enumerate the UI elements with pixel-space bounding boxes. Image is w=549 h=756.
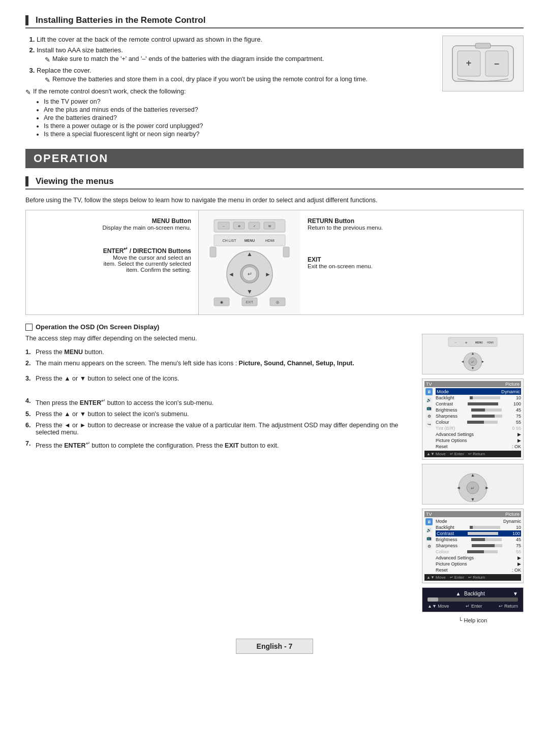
svg-rect-1 [475,43,491,48]
svg-text:MENU: MENU [475,341,483,344]
svg-text:▲: ▲ [471,472,475,478]
sound-icon-2: 🔊 [425,526,433,533]
svg-text:◉: ◉ [220,300,223,304]
menu-row-advanced-2: Advanced Settings▶ [436,555,521,561]
menu-row-reset: Reset: OK [436,444,521,450]
note-icon-1: ✎ [45,56,50,64]
menu-row-mode-2: ModeDynamic [436,518,521,524]
backlight-fill-1 [470,396,473,399]
list-item: Are the plus and minus ends of the batte… [44,106,432,113]
brightness-bar-2 [471,538,502,541]
backlight-bar-2 [470,526,500,529]
batteries-title: Installing Batteries in the Remote Contr… [25,15,524,28]
colour-bar-2 [467,550,498,553]
menu-items-col-2: ModeDynamic Backlight 10 Contrast 100 [436,518,521,573]
svg-text:↵: ↵ [471,360,474,364]
contrast-bar [468,402,498,405]
menu-tv-header-2: TV Picture [424,511,521,517]
svg-text:◄: ◄ [461,360,465,363]
batteries-section: Installing Batteries in the Remote Contr… [25,15,524,139]
backlight-fill [428,597,438,602]
input-icon: ↪ [425,421,433,428]
svg-text:►: ► [485,485,490,490]
viewing-intro: Before using the TV, follow the steps be… [25,197,524,204]
brightness-bar [471,408,502,412]
osd-step-1: 1. Press the MENU button. [25,349,412,356]
setup-icon-2: ⚙ [425,543,433,550]
menu-items-col: ModeDynamic Backlight 10 Contrast 100 [436,388,521,450]
sound-icon: 🔊 [425,396,433,403]
mini-remote-svg-2: ↵ ▲ ▼ ◄ ► [447,466,498,502]
menu-icons-col-2: 🖥 🔊 📺 ⚙ [424,518,434,573]
svg-text:⊕: ⊕ [238,225,240,228]
menu-layout-2: 🖥 🔊 📺 ⚙ ModeDynamic Backlight [424,518,521,573]
checklist-header: ✎ If the remote control doesn't work, ch… [25,88,432,96]
checklist: Is the TV power on? Are the plus and min… [44,98,432,138]
osd-section: Operation the OSD (On Screen Display) Th… [25,323,524,623]
backlight-nav: ▲▼ Move ↵ Enter ↩ Return [428,604,518,609]
batteries-content: Lift the cover at the back of the remote… [25,36,524,139]
menu-row-contrast: Contrast 100 [436,401,521,407]
checkbox-icon [25,324,33,331]
osd-content: The access step may differ depending on … [25,334,524,623]
osd-step-3: 3. Press the ▲ or ▼ button to select one… [25,375,412,382]
viewing-section: Viewing the menus Before using the TV, f… [25,176,524,623]
menu-layout: 🖥 🔊 📺 ⚙ ↪ ModeDynamic Bac [424,388,521,450]
exit-label: EXIT Exit the on-screen menu. [308,256,516,269]
menu-row-colour-2: Colour 55 [436,549,521,555]
menu-screenshot-2: TV Picture 🖥 🔊 📺 ⚙ ModeDynamic [422,509,524,583]
osd-step-6: 6. Press the ◄ or ► button to decrease o… [25,422,412,436]
battery-svg: + − [450,41,516,86]
svg-text:+: + [466,58,472,68]
osd-step-2: 2. The main menu appears on the screen. … [25,360,412,367]
mini-remote-1: − ⊕ MENU HDMI ↵ ▲ ▼ ◄ ► [422,334,524,374]
mini-remote-svg-1: − ⊕ MENU HDMI ↵ ▲ ▼ ◄ ► [447,336,498,372]
step-2-note: ✎ Make sure to match the '+' and '–' end… [45,55,432,64]
list-item: Is there a special fluorescent light or … [44,131,432,138]
setup-icon: ⚙ [425,413,433,420]
contrast-fill [468,402,498,405]
sharpness-fill [472,415,495,418]
note-icon-3: ✎ [25,88,31,96]
colour-bar [467,421,498,424]
colour-fill-2 [467,550,484,553]
batteries-image: + − [442,36,524,91]
contrast-bar-2 [468,532,498,535]
svg-text:⊞: ⊞ [268,225,271,228]
menu-row-reset-2: Reset: OK [436,567,521,573]
menu-icons-col: 🖥 🔊 📺 ⚙ ↪ [424,388,434,450]
help-icon-caption: └ Help icon [422,617,524,623]
access-note: The access step may differ depending on … [25,334,412,343]
svg-text:◄: ◄ [456,485,461,490]
backlight-bar-1 [470,396,500,399]
operation-header: OPERATION [25,149,524,168]
remote-right-labels: RETURN Button Return to the previous men… [300,210,523,314]
menu-row-picture-options-2: Picture Options▶ [436,561,521,567]
return-button-label: RETURN Button Return to the previous men… [308,217,516,231]
menu-nav-bar-2: ▲▼ Move ↵ Enter ↩ Return [424,574,521,581]
batteries-steps-list: Lift the cover at the back of the remote… [25,36,432,84]
menu-row-tint: Tint (B/R)0 55 [436,425,521,431]
svg-text:↵: ↵ [471,486,475,491]
svg-rect-20 [283,247,289,257]
svg-text:CH LIST: CH LIST [223,239,237,242]
menu-screenshot-1: TV Picture 🖥 🔊 📺 ⚙ ↪ [422,379,524,460]
osd-step-5: 5. Press the ▲ or ▼ button to select the… [25,411,412,418]
svg-text:↵: ↵ [248,271,252,277]
svg-text:−: − [223,225,225,228]
channel-icon-2: 📺 [425,534,433,542]
menu-nav-bar-1: ▲▼ Move ↵ Enter ↩ Return [424,451,521,457]
menu-row-mode: ModeDynamic [436,388,521,395]
svg-text:▲: ▲ [471,352,475,355]
sharpness-bar [472,415,502,418]
svg-rect-19 [210,247,216,257]
menu-row-brightness-2: Brightness 45 [436,537,521,543]
menu-row-colour: Colour 55 [436,419,521,425]
enter-button-label: ENTER↵ / DIRECTION Buttons Move the curs… [33,246,191,273]
menu-row-picture-options: Picture Options▶ [436,437,521,444]
svg-text:►: ► [481,360,485,363]
sharpness-bar-2 [472,544,502,547]
remote-svg: − ⊕ ✓ ⊞ CH LIST MENU HDMI [209,215,290,309]
note-icon-2: ✎ [45,76,50,84]
step-3: Replace the cover. ✎ Remove the batterie… [37,67,432,84]
